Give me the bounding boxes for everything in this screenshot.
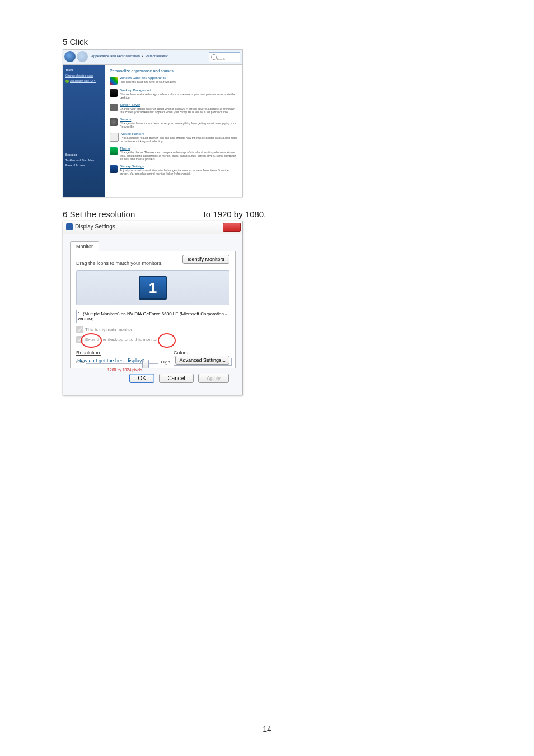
- nav-back-icon[interactable]: [64, 51, 76, 62]
- personalization-window: Appearance and Personalization ▸ Persona…: [63, 49, 243, 197]
- sidebar-link-ease[interactable]: Ease of Access: [65, 164, 103, 167]
- mouse-pointer-icon: [110, 133, 119, 142]
- item-title: Screen Saver: [120, 103, 238, 106]
- sidebar-link-font-size-label: Adjust font size (DPI): [70, 79, 96, 82]
- sidebar-see-also: See also: [65, 153, 103, 156]
- identify-monitors-button[interactable]: Identify Monitors: [182, 255, 229, 264]
- item-desc: Change which sounds are heard when you d…: [120, 122, 238, 128]
- tasks-sidebar: Tasks Change desktop icons Adjust font s…: [63, 65, 105, 197]
- item-display-settings[interactable]: Display SettingsAdjust your monitor reso…: [110, 165, 238, 175]
- main-monitor-label: This is my main monitor: [85, 327, 132, 332]
- desktop-background-icon: [110, 89, 118, 97]
- search-input[interactable]: Search: [209, 52, 240, 62]
- sidebar-link-font-size[interactable]: Adjust font size (DPI): [65, 79, 103, 83]
- apply-button: Apply: [198, 374, 229, 383]
- slider-high-label: High: [161, 360, 170, 365]
- item-desc: Pick a different mouse pointer. You can …: [121, 136, 238, 143]
- screen-saver-icon: [110, 104, 118, 111]
- breadcrumb-root: Appearance and Personalization: [91, 54, 140, 58]
- dialog-title: Display Settings: [75, 223, 115, 230]
- personalization-main: Personalize appearance and sounds Window…: [105, 65, 242, 197]
- search-placeholder: Search: [209, 58, 225, 61]
- personalization-heading: Personalize appearance and sounds: [110, 69, 238, 73]
- item-desc: Change your screen saver or adjust when …: [120, 107, 238, 114]
- item-sounds[interactable]: SoundsChange which sounds are heard when…: [110, 118, 238, 128]
- page-number: 14: [0, 725, 534, 734]
- nav-fwd-icon[interactable]: [77, 51, 88, 62]
- item-desktop-background[interactable]: Desktop BackgroundChoose from available …: [110, 88, 238, 99]
- item-title: Window Color and Appearance: [120, 76, 238, 80]
- item-mouse-pointers[interactable]: Mouse PointersPick a different mouse poi…: [110, 132, 238, 143]
- item-title: Theme: [120, 147, 238, 150]
- item-desc: Change the theme. Themes can change a wi…: [120, 151, 238, 161]
- help-link[interactable]: How do I get the best display?: [77, 358, 145, 363]
- item-window-color[interactable]: Window Color and AppearanceFine tune the…: [110, 76, 238, 85]
- window-color-icon: [110, 77, 118, 85]
- advanced-settings-button[interactable]: Advanced Settings...: [175, 356, 229, 365]
- step-6-text: 6 Set the resolution to 1920 by 1080.: [63, 209, 266, 219]
- ok-button[interactable]: OK: [129, 374, 154, 383]
- bullet-icon: [65, 80, 69, 83]
- item-theme[interactable]: ThemeChange the theme. Themes can change…: [110, 147, 238, 161]
- sounds-icon: [110, 118, 118, 126]
- tab-monitor[interactable]: Monitor: [70, 241, 99, 251]
- item-title: Sounds: [120, 118, 238, 121]
- dialog-icon: [66, 223, 73, 230]
- breadcrumb-sep-icon: ▸: [142, 54, 143, 58]
- display-settings-dialog: Display Settings Monitor Drag the icons …: [63, 221, 243, 395]
- close-icon[interactable]: [223, 223, 241, 232]
- main-monitor-input: [76, 326, 83, 333]
- explorer-toolbar: Appearance and Personalization ▸ Persona…: [63, 50, 242, 65]
- item-title: Mouse Pointers: [121, 132, 238, 136]
- display-settings-icon: [110, 165, 118, 173]
- theme-icon: [110, 147, 118, 155]
- drag-label: Drag the icons to match your monitors.: [76, 260, 163, 266]
- item-desc: Choose from available backgrounds or col…: [120, 92, 238, 99]
- breadcrumb[interactable]: Appearance and Personalization ▸ Persona…: [91, 54, 168, 58]
- main-monitor-checkbox: This is my main monitor: [76, 326, 229, 333]
- step-5-text: 5 Click: [63, 37, 88, 46]
- dialog-titlebar: Display Settings: [63, 221, 242, 234]
- sidebar-header: Tasks: [65, 68, 103, 72]
- item-title: Display Settings: [120, 165, 238, 168]
- monitor-select[interactable]: 1. (Multiple Monitors) on NVIDIA GeForce…: [76, 310, 229, 323]
- breadcrumb-leaf: Personalization: [146, 54, 168, 58]
- cancel-button[interactable]: Cancel: [159, 374, 193, 383]
- sidebar-link-taskbar[interactable]: Taskbar and Start Menu: [65, 158, 103, 162]
- annotation-circle-high: [158, 333, 176, 348]
- step-6-suffix: to 1920 by 1080.: [204, 209, 266, 219]
- item-title: Desktop Background: [120, 88, 238, 92]
- annotation-circle-resolution: [81, 333, 102, 348]
- colors-label: Colors:: [174, 350, 190, 356]
- step-6-prefix: 6 Set the resolution: [63, 209, 135, 219]
- item-desc: Adjust your monitor resolution, which ch…: [120, 169, 238, 175]
- resolution-label: Resolution:: [76, 350, 101, 356]
- item-screen-saver[interactable]: Screen SaverChange your screen saver or …: [110, 103, 238, 114]
- item-desc: Fine tune the color and style of your wi…: [120, 80, 238, 83]
- monitor-1-icon[interactable]: 1: [139, 276, 167, 300]
- sidebar-link-desktop-icons[interactable]: Change desktop icons: [65, 74, 103, 77]
- monitor-arrangement[interactable]: 1: [76, 270, 229, 305]
- section-divider: [57, 25, 474, 25]
- monitor-panel: Drag the icons to match your monitors. I…: [70, 251, 236, 368]
